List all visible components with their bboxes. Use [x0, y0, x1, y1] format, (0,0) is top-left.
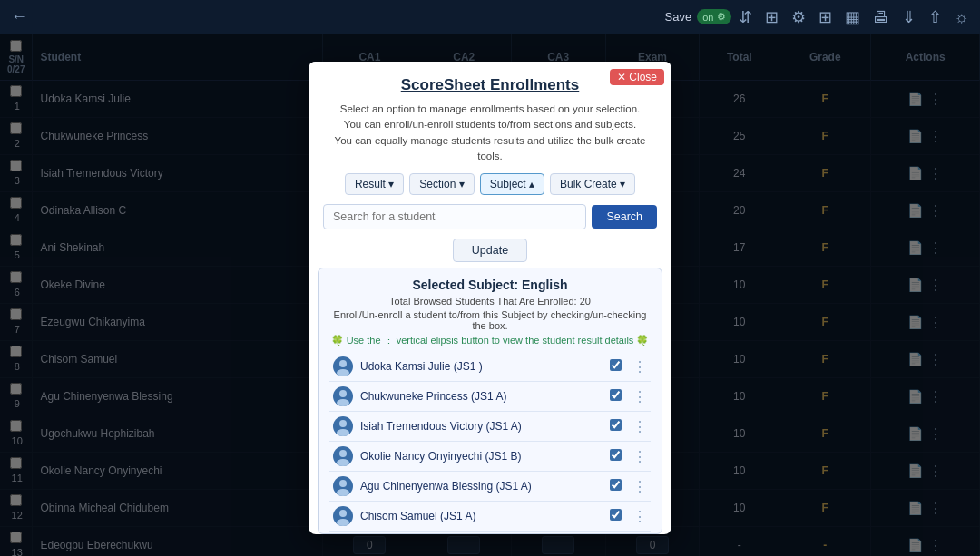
modal-description: Select an option to manage enrollments b…: [323, 102, 657, 164]
student-name: Agu Chinenyenwa Blessing (JS1 A): [360, 480, 610, 493]
svg-point-8: [339, 480, 347, 487]
save-label: Save: [665, 10, 692, 24]
student-checkbox-cell[interactable]: [610, 509, 622, 523]
subject-panel: Selected Subject: English Total Browsed …: [318, 268, 662, 534]
svg-point-4: [339, 420, 347, 427]
student-checkbox-cell[interactable]: [610, 419, 622, 434]
table-icon[interactable]: ▦: [845, 9, 860, 25]
student-name: Chisom Samuel (JS1 A): [360, 510, 610, 522]
student-item: Chukwuneke Princess (JS1 A) ⋮: [329, 382, 651, 412]
back-button-area: ←: [11, 8, 27, 25]
student-checkbox-cell[interactable]: [610, 449, 622, 463]
student-item: Agu Chinenyenwa Blessing (JS1 A) ⋮: [329, 472, 651, 502]
filter-btn-result[interactable]: Result ▾: [345, 173, 404, 195]
theme-icon[interactable]: ☼: [955, 9, 970, 25]
subject-panel-title: Selected Subject: English: [329, 278, 651, 292]
search-button[interactable]: Search: [592, 205, 657, 229]
svg-point-6: [339, 450, 347, 457]
layers-icon[interactable]: ⊞: [765, 9, 779, 25]
student-item: Odinaka Allison C (JS1 B) ⋮: [329, 532, 651, 533]
svg-point-5: [337, 429, 349, 436]
print-icon[interactable]: 🖶: [873, 9, 889, 25]
student-ellipsis-icon[interactable]: ⋮: [632, 508, 647, 525]
student-avatar: [333, 476, 353, 496]
main-area: S/N0/27 Student CA1 CA2 CA3 Exam Total G…: [0, 34, 980, 556]
share-icon[interactable]: ⇧: [928, 9, 942, 25]
filter-btn-subject[interactable]: Subject ▴: [480, 173, 544, 195]
sort-icon[interactable]: ⇵: [739, 9, 752, 25]
toggle-circle: ⚙: [717, 11, 726, 23]
close-button[interactable]: ✕ Close: [610, 69, 664, 85]
student-enroll-checkbox[interactable]: [610, 449, 622, 461]
update-button[interactable]: Update: [453, 239, 527, 262]
student-list: Udoka Kamsi Julie (JS1 ) ⋮ Chukwuneke Pr…: [329, 352, 651, 533]
search-row: Search: [309, 204, 671, 239]
filter-btn-section[interactable]: Section ▾: [409, 173, 474, 195]
svg-point-3: [337, 399, 349, 406]
student-enroll-checkbox[interactable]: [610, 479, 622, 491]
student-checkbox-cell[interactable]: [610, 359, 622, 374]
student-avatar: [333, 386, 353, 406]
subject-panel-desc: Enroll/Un-enroll a student to/from this …: [329, 309, 651, 331]
student-enroll-checkbox[interactable]: [610, 389, 622, 401]
save-area: Save on ⚙: [665, 9, 731, 24]
modal-title: ScoreSheet Enrollments: [323, 76, 657, 94]
toolbar-icons: ⇵ ⊞ ⚙ ⊞ ▦ 🖶 ⇓ ⇧ ☼: [739, 9, 970, 25]
download-icon[interactable]: ⇓: [902, 9, 916, 25]
student-name: Okolie Nancy Onyinyechi (JS1 B): [360, 450, 610, 463]
subject-panel-subtitle: Total Browsed Students That Are Enrolled…: [329, 296, 651, 307]
student-ellipsis-icon[interactable]: ⋮: [632, 448, 647, 465]
student-item: Okolie Nancy Onyinyechi (JS1 B) ⋮: [329, 442, 651, 472]
student-ellipsis-icon[interactable]: ⋮: [632, 418, 647, 435]
modal-overlay: ✕ Close ScoreSheet Enrollments Select an…: [0, 34, 980, 556]
svg-point-9: [337, 489, 349, 496]
student-name: Isiah Tremendous Victory (JS1 A): [360, 420, 610, 433]
student-avatar: [333, 356, 353, 376]
student-ellipsis-icon[interactable]: ⋮: [632, 388, 647, 405]
svg-point-2: [339, 390, 347, 397]
svg-point-0: [339, 360, 347, 367]
update-row: Update: [309, 239, 671, 268]
enrollment-modal: ✕ Close ScoreSheet Enrollments Select an…: [309, 62, 671, 534]
toggle-on[interactable]: on ⚙: [697, 9, 730, 24]
filter-row: Result ▾Section ▾Subject ▴Bulk Create ▾: [309, 173, 671, 204]
student-enroll-checkbox[interactable]: [610, 509, 622, 521]
student-name: Udoka Kamsi Julie (JS1 ): [360, 360, 610, 373]
student-ellipsis-icon[interactable]: ⋮: [632, 358, 647, 376]
filter-btn-bulk create[interactable]: Bulk Create ▾: [550, 173, 635, 195]
student-avatar: [333, 416, 353, 436]
grid-icon[interactable]: ⊞: [818, 9, 832, 25]
student-ellipsis-icon[interactable]: ⋮: [632, 478, 647, 495]
back-icon[interactable]: ←: [11, 7, 27, 25]
settings-icon[interactable]: ⚙: [791, 9, 806, 25]
svg-point-1: [337, 369, 349, 376]
student-item: Isiah Tremendous Victory (JS1 A) ⋮: [329, 412, 651, 442]
subject-panel-note: 🍀 Use the ⋮ vertical elipsis button to v…: [329, 335, 651, 346]
search-input[interactable]: [323, 204, 586, 229]
student-enroll-checkbox[interactable]: [610, 359, 622, 371]
student-avatar: [333, 446, 353, 466]
student-checkbox-cell[interactable]: [610, 479, 622, 493]
student-enroll-checkbox[interactable]: [610, 419, 622, 431]
student-item: Udoka Kamsi Julie (JS1 ) ⋮: [329, 352, 651, 382]
student-item: Chisom Samuel (JS1 A) ⋮: [329, 502, 651, 532]
student-checkbox-cell[interactable]: [610, 389, 622, 404]
student-avatar: [333, 506, 353, 526]
student-name: Chukwuneke Princess (JS1 A): [360, 390, 610, 403]
svg-point-7: [337, 459, 349, 466]
toolbar: ← Save on ⚙ ⇵ ⊞ ⚙ ⊞ ▦ 🖶 ⇓ ⇧ ☼: [0, 0, 980, 34]
svg-point-10: [339, 510, 347, 517]
svg-point-11: [337, 519, 349, 526]
